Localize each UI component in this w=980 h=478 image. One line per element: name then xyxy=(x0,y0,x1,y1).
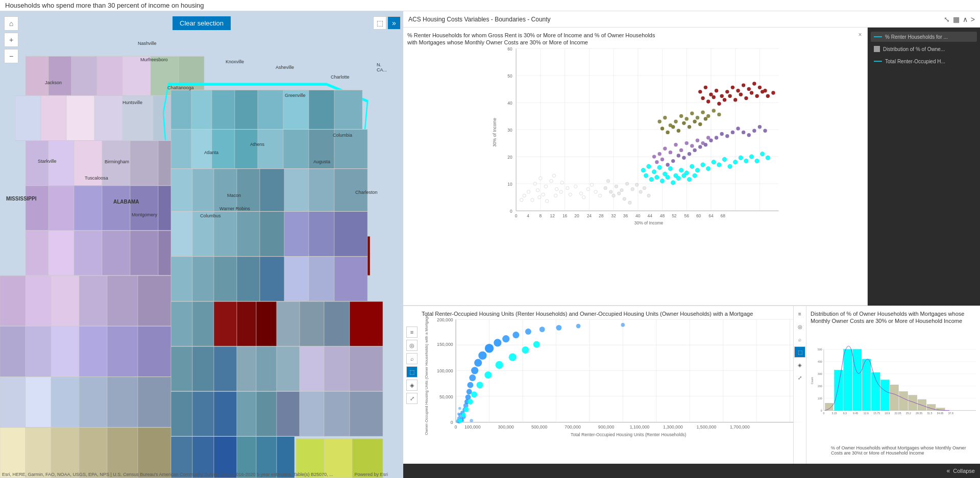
svg-rect-131 xyxy=(107,427,138,478)
svg-point-195 xyxy=(545,199,548,203)
chevron-right-icon[interactable]: > xyxy=(971,15,975,23)
svg-rect-53 xyxy=(214,211,237,256)
svg-rect-116 xyxy=(107,377,138,427)
svg-point-333 xyxy=(750,91,753,94)
svg-rect-49 xyxy=(309,169,334,212)
svg-rect-89 xyxy=(192,301,214,346)
svg-rect-21 xyxy=(309,90,334,129)
svg-rect-129 xyxy=(51,427,79,478)
scatter2-right-btn6[interactable]: ⤢ xyxy=(794,372,805,383)
svg-point-203 xyxy=(590,183,593,186)
svg-rect-43 xyxy=(171,169,192,212)
clear-selection-button[interactable]: Clear selection xyxy=(173,16,231,30)
svg-point-306 xyxy=(744,159,748,163)
svg-point-234 xyxy=(706,136,710,139)
svg-point-319 xyxy=(742,83,745,87)
svg-text:12: 12 xyxy=(550,213,555,218)
svg-point-404 xyxy=(458,418,462,423)
legend-item-distribution[interactable]: Distribution of % of Owne... xyxy=(871,44,977,54)
svg-point-395 xyxy=(540,326,545,332)
scatter2-right-btn5[interactable]: ◈ xyxy=(794,359,805,370)
svg-point-272 xyxy=(682,121,685,124)
scatter2-right-btn2[interactable]: ◎ xyxy=(794,321,805,332)
svg-rect-86 xyxy=(107,275,138,326)
svg-point-389 xyxy=(478,351,486,360)
svg-point-269 xyxy=(666,130,669,134)
svg-rect-114 xyxy=(51,377,79,427)
svg-rect-119 xyxy=(192,391,214,436)
home-button[interactable]: ⌂ xyxy=(4,16,18,31)
scatter-chart-title: % Renter Households for whom Gross Rent … xyxy=(407,32,673,46)
svg-point-259 xyxy=(674,119,677,123)
acs-header-icons: ⤡ ▦ ∧ > xyxy=(944,15,975,23)
svg-point-393 xyxy=(512,332,519,338)
svg-rect-448 xyxy=(871,372,880,410)
svg-rect-48 xyxy=(284,169,309,212)
svg-point-277 xyxy=(641,168,645,172)
chevron-up-icon[interactable]: ∧ xyxy=(963,15,968,23)
maximize-map-button[interactable]: ⬚ xyxy=(373,16,386,30)
svg-text:24: 24 xyxy=(587,213,592,218)
svg-point-214 xyxy=(606,179,609,182)
svg-rect-24 xyxy=(191,130,212,169)
svg-rect-447 xyxy=(862,359,871,410)
collapse-bar[interactable]: « Collapse xyxy=(403,464,980,478)
svg-rect-453 xyxy=(918,399,926,411)
svg-point-274 xyxy=(693,119,696,123)
scatter-close-button[interactable]: × xyxy=(856,31,864,39)
svg-point-225 xyxy=(658,152,662,156)
scatter2-right-btn1[interactable]: ≡ xyxy=(794,308,805,319)
svg-point-293 xyxy=(660,179,664,183)
svg-text:1,700,000: 1,700,000 xyxy=(730,424,750,430)
svg-point-265 xyxy=(706,114,710,117)
svg-text:100,000: 100,000 xyxy=(464,424,481,430)
svg-point-224 xyxy=(652,155,656,158)
scatter2-select-button[interactable]: ⬚ xyxy=(406,366,418,378)
svg-rect-68 xyxy=(102,231,130,275)
scatter2-location-button[interactable]: ◎ xyxy=(406,340,418,351)
svg-point-399 xyxy=(458,407,461,410)
scatter2-search-button[interactable]: ⌕ xyxy=(406,353,418,364)
scatter2-right-btn4[interactable]: ⬚ xyxy=(794,346,805,358)
svg-rect-17 xyxy=(212,90,235,129)
svg-rect-25 xyxy=(212,130,235,169)
svg-point-247 xyxy=(720,132,723,135)
scatter2-right-btn3[interactable]: ⌕ xyxy=(794,334,805,345)
svg-rect-65 xyxy=(26,231,48,275)
zoom-out-button[interactable]: − xyxy=(4,49,18,63)
svg-rect-111 xyxy=(350,346,383,391)
scatter2-list-button[interactable]: ≡ xyxy=(406,326,418,338)
svg-point-266 xyxy=(712,109,716,112)
scatter2-expand-button[interactable]: ⤢ xyxy=(406,393,418,404)
legend-item-total-renter[interactable]: Total Renter-Occupied H... xyxy=(871,56,977,66)
svg-rect-59 xyxy=(26,186,48,231)
svg-point-384 xyxy=(467,389,472,395)
svg-text:30% of Income: 30% of Income xyxy=(634,220,664,225)
svg-rect-76 xyxy=(284,257,309,301)
svg-rect-88 xyxy=(171,301,192,346)
svg-rect-444 xyxy=(835,370,843,410)
svg-point-286 xyxy=(690,164,694,168)
svg-point-270 xyxy=(671,125,675,129)
scatter2-svg: 0 50,000 100,000 150,000 200,000 0 100,0… xyxy=(422,319,802,442)
zoom-in-button[interactable]: + xyxy=(4,33,18,47)
svg-point-199 xyxy=(574,185,577,188)
scatter2-bookmark-button[interactable]: ◈ xyxy=(406,380,418,391)
svg-text:20: 20 xyxy=(574,213,579,218)
scatter2-right-toolbar: ≡ ◎ ⌕ ⬚ ◈ ⤢ xyxy=(793,306,806,464)
svg-text:300,000: 300,000 xyxy=(498,424,514,430)
svg-point-331 xyxy=(739,92,743,96)
svg-text:0: 0 xyxy=(510,209,512,214)
svg-text:3.15: 3.15 xyxy=(832,411,837,414)
svg-point-184 xyxy=(539,177,542,180)
expand-icon[interactable]: ⤡ xyxy=(944,15,950,23)
legend-item-renter[interactable]: % Renter Households for ... xyxy=(871,32,977,42)
svg-point-310 xyxy=(766,156,770,160)
chart-icon[interactable]: ▦ xyxy=(953,15,960,23)
svg-point-337 xyxy=(771,91,775,94)
svg-text:1,300,000: 1,300,000 xyxy=(663,424,683,430)
expand-panel-button[interactable]: » xyxy=(387,16,401,30)
svg-text:48: 48 xyxy=(660,213,665,218)
legend-renter-label: % Renter Households for ... xyxy=(885,34,974,40)
svg-point-268 xyxy=(660,127,664,130)
